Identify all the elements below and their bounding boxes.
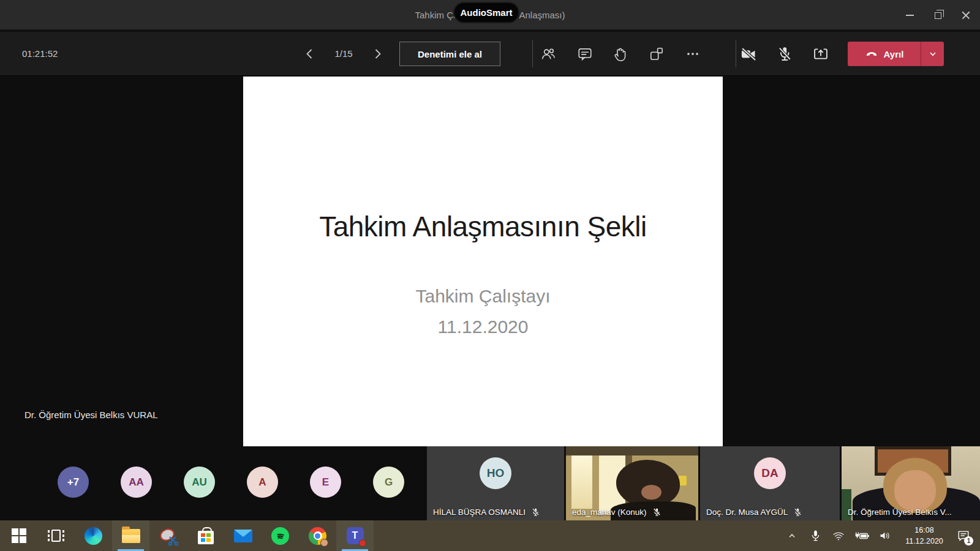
file-explorer-icon <box>122 529 140 543</box>
person-hair <box>616 460 680 507</box>
muted-mic-icon <box>652 508 662 517</box>
video-tile-eda-manav[interactable]: eda_manav (Konuk) <box>566 446 698 520</box>
muted-mic-icon <box>793 508 802 517</box>
participant-initials-avatar: DA <box>754 457 786 489</box>
previous-slide-button[interactable] <box>298 40 322 67</box>
chat-button[interactable] <box>571 40 598 67</box>
next-slide-button[interactable] <box>365 40 390 67</box>
microsoft-store-button[interactable] <box>187 520 224 551</box>
leave-button-label: Ayrıl <box>884 49 904 59</box>
action-center-button[interactable]: 1 <box>953 520 974 551</box>
raise-hand-button[interactable] <box>607 40 634 67</box>
participant-avatar[interactable]: AU <box>184 467 215 498</box>
participant-avatar[interactable]: E <box>310 467 341 498</box>
task-view-icon <box>48 530 64 542</box>
participant-avatar[interactable]: G <box>373 467 404 498</box>
snipping-tool-button[interactable] <box>149 520 187 551</box>
slide-counter: 1/15 <box>323 32 364 76</box>
window-controls <box>895 0 980 31</box>
tray-time: 16:08 <box>898 525 951 536</box>
restore-icon <box>935 12 941 19</box>
leave-button[interactable]: Ayrıl <box>848 42 944 66</box>
teams-button[interactable] <box>336 520 374 551</box>
participant-avatar[interactable]: A <box>247 467 278 498</box>
wifi-icon <box>832 531 845 541</box>
start-button[interactable] <box>0 520 37 551</box>
tray-microphone-button[interactable] <box>805 520 826 551</box>
participant-name: HİLAL BÜŞRA OSMANLI <box>433 508 526 517</box>
take-control-button[interactable]: Denetimi ele al <box>399 42 500 66</box>
system-tray: 16:08 11.12.2020 1 <box>782 520 980 551</box>
video-tile-belkis-vural[interactable]: Dr. Öğretim Üyesi Belkıs V... <box>842 446 980 520</box>
mail-button[interactable] <box>224 520 262 551</box>
windows-logo-icon <box>12 528 26 543</box>
slide-date: 11.12.2020 <box>243 317 723 337</box>
share-screen-button[interactable] <box>807 40 834 67</box>
overflow-participants-avatar[interactable]: +7 <box>58 467 89 498</box>
chrome-icon <box>309 527 326 545</box>
restore-button[interactable] <box>924 0 952 31</box>
share-screen-icon <box>812 45 829 62</box>
close-button[interactable] <box>952 0 980 31</box>
slide-title: Tahkim Anlaşmasının Şekli <box>243 210 723 243</box>
battery-charging-icon <box>854 530 870 541</box>
snipping-tool-icon <box>159 527 178 545</box>
chrome-button[interactable] <box>299 520 336 551</box>
teams-icon <box>347 527 364 544</box>
leave-button-main[interactable]: Ayrıl <box>848 47 921 61</box>
taskbar-apps <box>0 520 374 551</box>
chevron-up-icon <box>787 531 797 541</box>
hang-up-icon <box>865 47 878 61</box>
participant-avatar[interactable]: AA <box>121 467 152 498</box>
meeting-stage: Tahkim Anlaşmasının Şekli Tahkim Çalışta… <box>0 77 980 520</box>
spotify-icon <box>271 527 289 545</box>
breakout-rooms-button[interactable] <box>643 40 670 67</box>
chevron-left-icon <box>303 47 317 61</box>
leave-options-dropdown[interactable] <box>921 42 944 66</box>
chat-icon <box>577 46 593 62</box>
titlebar: Tahkim Çalıştayı (Tahkim Anlaşması) Audi… <box>0 0 980 31</box>
tray-date: 11.12.2020 <box>898 536 951 547</box>
tray-battery-button[interactable] <box>851 520 872 551</box>
edge-button[interactable] <box>75 520 112 551</box>
participant-tile-musa-aygul[interactable]: DA Doç. Dr. Musa AYGÜL <box>700 446 840 520</box>
presenter-name-label: Dr. Öğretim Üyesi Belkıs VURAL <box>24 410 158 420</box>
slide-subtitle: Tahkim Çalıştayı <box>243 286 723 307</box>
close-icon <box>962 11 970 20</box>
shared-slide: Tahkim Anlaşmasının Şekli Tahkim Çalışta… <box>243 77 723 446</box>
person-face <box>894 470 936 512</box>
notification-count-badge: 1 <box>964 536 973 545</box>
task-view-button[interactable] <box>37 520 75 551</box>
tray-volume-button[interactable] <box>875 520 895 551</box>
speaker-icon <box>879 530 891 541</box>
raised-hand-icon <box>612 46 629 62</box>
audiosmart-badge: AudioSmart <box>454 3 518 22</box>
participants-button[interactable] <box>535 40 562 67</box>
toolbar-divider <box>532 40 533 67</box>
bright-window <box>571 455 593 509</box>
teams-notification-dot <box>359 539 366 547</box>
edge-icon <box>85 527 102 545</box>
participant-name: Doç. Dr. Musa AYGÜL <box>706 508 788 517</box>
tray-wifi-button[interactable] <box>828 520 849 551</box>
participant-tile-hilal-busra-osmanli[interactable]: HO HİLAL BÜŞRA OSMANLI <box>427 446 564 520</box>
muted-mic-icon <box>531 508 540 517</box>
mic-off-button[interactable] <box>771 40 798 67</box>
camera-off-icon <box>740 45 757 62</box>
camera-off-button[interactable] <box>735 40 762 67</box>
more-options-button[interactable] <box>679 40 706 67</box>
spotify-button[interactable] <box>262 520 299 551</box>
microsoft-store-icon <box>198 531 214 544</box>
mail-icon <box>234 530 252 542</box>
minimize-icon <box>906 15 914 16</box>
file-explorer-button[interactable] <box>112 520 149 551</box>
taskbar-clock[interactable]: 16:08 11.12.2020 <box>898 525 951 547</box>
window-frame <box>566 446 698 455</box>
minimize-button[interactable] <box>895 0 924 31</box>
meeting-toolbar: 01:21:52 1/15 Denetimi ele al <box>0 32 980 76</box>
person-face <box>641 485 661 500</box>
tray-expand-button[interactable] <box>782 520 802 551</box>
chrome-profile-avatar <box>320 539 328 547</box>
breakout-rooms-icon <box>649 46 665 62</box>
participant-initials-avatar: HO <box>480 457 511 489</box>
